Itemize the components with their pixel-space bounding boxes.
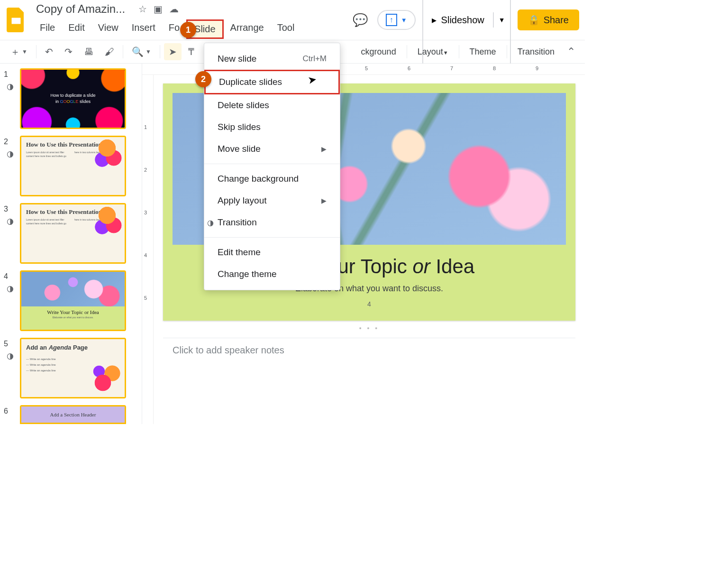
menu-skip-slides[interactable]: Skip slides xyxy=(204,116,340,138)
svg-rect-0 xyxy=(11,17,21,25)
chevron-down-icon: ▼ xyxy=(401,17,407,24)
slide-thumb-1[interactable]: How to duplicate a slidein GOOGLE slides xyxy=(20,68,126,129)
slide-thumb-6[interactable]: Add a Section Header xyxy=(20,405,126,424)
slides-logo[interactable] xyxy=(6,6,27,34)
callout-badge-1: 1 xyxy=(180,22,196,38)
header: Copy of Amazin... ☆ ▣ ☁ File Edit View I… xyxy=(0,0,585,40)
menu-edit[interactable]: Edit xyxy=(62,19,91,39)
transition-button[interactable]: Transition xyxy=(518,47,555,57)
separator xyxy=(160,45,160,58)
paint-format-button[interactable]: 🖌 xyxy=(100,44,119,60)
share-button[interactable]: 🔒 Share xyxy=(518,9,579,30)
textbox-tool[interactable]: ₸ xyxy=(183,43,199,60)
thumb-number: 1 xyxy=(4,68,17,79)
undo-button[interactable]: ↶ xyxy=(40,43,58,60)
ruler-tick: 7 xyxy=(450,65,453,71)
thumb-1-line2: in GOOGLE slides xyxy=(50,99,95,105)
slide-page-number: 4 xyxy=(163,300,575,308)
menu-new-slide[interactable]: New slideCtrl+M xyxy=(204,48,340,70)
separator xyxy=(204,164,340,164)
resize-handle[interactable]: • • • xyxy=(163,324,575,332)
slide-thumb-2[interactable]: How to Use this PresentationLorem ipsum … xyxy=(20,136,126,196)
ruler-tick: 6 xyxy=(408,65,410,71)
document-title[interactable]: Copy of Amazin... xyxy=(33,1,128,17)
thumb-5-title: Add an Agenda Page xyxy=(26,344,120,351)
thumb-4-caption: Write Your Topic or Idea xyxy=(21,306,125,316)
slide-thumb-5[interactable]: Add an Agenda Page— Write an agenda line… xyxy=(20,338,126,398)
ruler-tick: 4 xyxy=(144,252,147,258)
select-tool[interactable]: ➤ xyxy=(164,43,182,60)
layout-button[interactable]: Layout▼ xyxy=(418,47,448,57)
separator xyxy=(459,45,459,58)
ruler-tick: 3 xyxy=(144,210,147,215)
ruler-tick: 8 xyxy=(493,65,496,71)
menu-arrange[interactable]: Arrange xyxy=(224,19,271,39)
separator xyxy=(507,45,507,58)
thumb-row-2: 2 ◑ How to Use this PresentationLorem ip… xyxy=(4,136,138,196)
submenu-arrow-icon: ▶ xyxy=(321,145,327,153)
thumb-number: 5 xyxy=(4,338,17,348)
menu-tools[interactable]: Tool xyxy=(271,19,301,39)
present-up-icon: ↑ xyxy=(386,14,397,26)
theme-button[interactable]: Theme xyxy=(470,47,496,57)
menu-delete-slides[interactable]: Delete slides xyxy=(204,94,340,116)
ruler-tick: 5 xyxy=(365,65,368,71)
thumb-row-3: 3 ◑ How to Use this PresentationLorem ip… xyxy=(4,203,138,264)
thumb-row-4: 4 ◑ Write Your Topic or IdeaElaborate on… xyxy=(4,270,138,331)
separator xyxy=(204,237,340,238)
menu-apply-layout[interactable]: Apply layout▶ xyxy=(204,190,340,212)
menu-insert[interactable]: Insert xyxy=(125,19,162,39)
slide-thumb-3[interactable]: How to Use this PresentationLorem ipsum … xyxy=(20,203,126,264)
slide-thumb-4[interactable]: Write Your Topic or IdeaElaborate on wha… xyxy=(20,270,126,331)
menu-edit-theme[interactable]: Edit theme xyxy=(204,241,340,263)
ruler-tick: 9 xyxy=(536,65,538,71)
transition-icon: ◑ xyxy=(7,351,14,361)
transition-icon: ◑ xyxy=(207,218,214,227)
transition-icon: ◑ xyxy=(7,216,14,226)
transition-icon: ◑ xyxy=(7,149,14,159)
speaker-notes[interactable]: Click to add speaker notes xyxy=(163,338,575,362)
title-zone: Copy of Amazin... ☆ ▣ ☁ File Edit View I… xyxy=(33,1,301,39)
ruler-vertical[interactable]: 1 2 3 4 5 xyxy=(142,75,154,424)
play-icon: ▸ xyxy=(432,14,437,26)
thumb-row-1: 1 ◑ How to duplicate a slidein GOOGLE sl… xyxy=(4,68,138,129)
menu-change-background[interactable]: Change background xyxy=(204,168,340,190)
separator xyxy=(123,45,123,58)
menu-change-theme[interactable]: Change theme xyxy=(204,263,340,285)
thumb-row-5: 5 ◑ Add an Agenda Page— Write an agenda … xyxy=(4,338,138,398)
thumb-row-6: 6 Add a Section Header xyxy=(4,405,138,424)
menu-transition[interactable]: ◑Transition xyxy=(204,212,340,233)
star-icon[interactable]: ☆ xyxy=(138,3,147,15)
present-dropdown[interactable]: ↑ ▼ xyxy=(377,10,416,30)
redo-button[interactable]: ↷ xyxy=(60,43,77,60)
comments-icon[interactable]: 💬 xyxy=(350,10,371,30)
menu-view[interactable]: View xyxy=(91,19,125,39)
ruler-tick: 5 xyxy=(144,295,147,301)
separator xyxy=(407,45,407,58)
ruler-tick: 1 xyxy=(144,124,147,130)
lock-icon: 🔒 xyxy=(528,14,540,26)
thumb-1-line1: How to duplicate a slide xyxy=(50,92,95,99)
slideshow-dropdown[interactable]: ▼ xyxy=(493,12,510,28)
thumb-number: 4 xyxy=(4,270,17,281)
zoom-button[interactable]: 🔍 ▼ xyxy=(127,43,156,60)
transition-icon: ◑ xyxy=(7,82,14,92)
background-button[interactable]: ckground xyxy=(361,47,396,57)
menu-bar: File Edit View Insert Fo Slide Arrange T… xyxy=(33,19,301,39)
menu-file[interactable]: File xyxy=(33,19,62,39)
new-slide-button[interactable]: ＋ ▼ xyxy=(6,43,32,61)
shortcut-label: Ctrl+M xyxy=(302,54,327,64)
share-label: Share xyxy=(544,15,569,26)
cloud-status-icon[interactable]: ☁ xyxy=(169,3,179,15)
move-folder-icon[interactable]: ▣ xyxy=(154,3,163,15)
separator xyxy=(36,45,36,58)
print-button[interactable]: 🖶 xyxy=(79,44,98,60)
thumb-6-title: Add a Section Header xyxy=(50,412,96,417)
collapse-toolbar-icon[interactable]: ⌃ xyxy=(563,46,579,58)
filmstrip[interactable]: 1 ◑ How to duplicate a slidein GOOGLE sl… xyxy=(0,64,142,424)
transition-icon: ◑ xyxy=(7,284,14,294)
menu-duplicate-slides[interactable]: Duplicate slides xyxy=(204,70,340,94)
thumb-number: 2 xyxy=(4,136,17,146)
thumb-number: 6 xyxy=(4,405,17,416)
menu-move-slide[interactable]: Move slide▶ xyxy=(204,138,340,160)
